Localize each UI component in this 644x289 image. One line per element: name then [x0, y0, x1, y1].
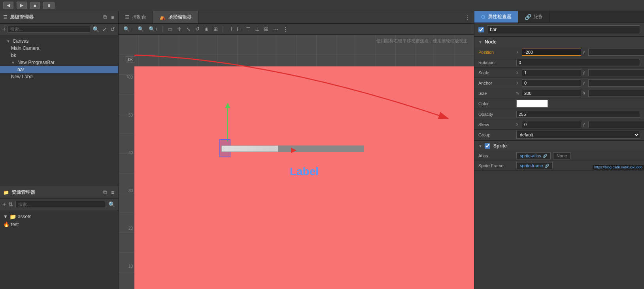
asset-item-assets[interactable]: ▼ 📁 assets — [0, 213, 118, 221]
size-w-input[interactable] — [522, 90, 581, 97]
toolbar-btn-stop[interactable]: ■ — [30, 2, 40, 9]
opacity-input[interactable] — [516, 111, 640, 118]
color-swatch[interactable] — [516, 100, 548, 108]
tree-item-progressbar[interactable]: ▼ New ProgressBar — [0, 59, 118, 66]
tree-item-new-label[interactable]: New Label — [0, 73, 118, 80]
opacity-label: Opacity — [478, 112, 514, 117]
sprite-section-header[interactable]: ▼ Sprite — [474, 141, 644, 151]
node-name-input[interactable] — [487, 25, 640, 34]
assets-label: assets — [18, 214, 32, 219]
asset-menu-btn[interactable]: ≡ — [110, 189, 115, 196]
anchor-y-input[interactable] — [588, 79, 644, 87]
left-panel: ☰ 层级管理器 ⧉ ≡ + 🔍 ⤢ ↺ ▼ Canvas — [0, 11, 119, 289]
atlas-btn[interactable]: sprite-atlas 🔗 — [516, 152, 551, 159]
tree-item-canvas[interactable]: ▼ Canvas — [0, 38, 118, 45]
node-section-title: Node — [485, 39, 497, 45]
skew-x-input[interactable] — [522, 121, 581, 128]
asset-panel: 📁 资源管理器 ⧉ ≡ + ⇅ 🔍 ▼ 📁 assets — [0, 186, 118, 289]
position-x-input[interactable] — [522, 49, 581, 56]
scale-y-input[interactable] — [588, 69, 644, 76]
scene-icon: ⛺ — [159, 14, 166, 20]
toolbar-btn-pause[interactable]: ⏸ — [43, 2, 55, 9]
hierarchy-title: 层级管理器 — [10, 14, 34, 21]
center-panel: ☰ 控制台 ⛺ 场景编辑器 ⋮ 🔍− 🔍 🔍+ ▭ ✛ ⤡ ↺ ⊕ ⊞ ⊣ — [119, 11, 474, 289]
toolbar-btn-play[interactable]: ▶ — [17, 2, 27, 9]
hierarchy-copy-btn[interactable]: ⧉ — [102, 13, 108, 21]
tool-align-m[interactable]: ⊞ — [263, 25, 270, 33]
skew-y-input[interactable] — [588, 121, 644, 128]
scale-label: Scale — [478, 70, 514, 75]
node-enabled-checkbox[interactable] — [478, 27, 484, 32]
hierarchy-expand-btn[interactable]: ⤢ — [102, 25, 108, 33]
atlas-link-icon: 🔗 — [542, 154, 547, 158]
asset-search-input[interactable] — [15, 201, 106, 208]
zoom-out-btn[interactable]: 🔍− — [122, 25, 134, 33]
tool-align-c[interactable]: ⊢ — [235, 25, 243, 33]
tab-properties[interactable]: ⚙ 属性检查器 — [474, 11, 518, 23]
anchor-y-label: y — [583, 81, 587, 85]
hierarchy-refresh-btn[interactable]: ↺ — [110, 25, 116, 33]
hierarchy-tree: ▼ Canvas Main Camera bk ▼ New ProgressBa… — [0, 35, 118, 186]
tool-rotate-btn[interactable]: ↺ — [194, 25, 201, 33]
color-inputs — [516, 100, 640, 108]
tree-item-bk[interactable]: bk — [0, 52, 118, 59]
color-label: Color — [478, 101, 514, 106]
tab-services[interactable]: 🔗 服务 — [518, 11, 550, 23]
tab-scene[interactable]: ⛺ 场景编辑器 — [153, 11, 198, 23]
sprite-none-btn[interactable]: None — [553, 152, 570, 159]
anchor-x-input[interactable] — [522, 79, 581, 87]
scene-more-btn[interactable]: ⋮ — [464, 13, 471, 21]
asset-item-test[interactable]: 🔥 test — [0, 221, 118, 228]
tool-align-t[interactable]: ⊥ — [253, 25, 261, 33]
asset-copy-btn[interactable]: ⧉ — [102, 188, 108, 196]
position-inputs: x y — [516, 49, 644, 56]
tool-anchor-btn[interactable]: ⊕ — [203, 25, 210, 33]
rotation-input[interactable] — [516, 59, 640, 66]
scene-toolbar: 🔍− 🔍 🔍+ ▭ ✛ ⤡ ↺ ⊕ ⊞ ⊣ ⊢ ⊤ ⊥ ⊞ ⋯ ⋮ — [119, 24, 474, 35]
anchor-x-label: x — [516, 81, 520, 85]
ruler-700: 700 — [119, 75, 134, 79]
sprite-frame-btn-label: sprite-frame — [520, 163, 543, 168]
gizmo-arrow-vertical — [227, 106, 228, 142]
asset-sort-btn[interactable]: ⇅ — [8, 200, 14, 208]
tree-item-bar[interactable]: bar — [0, 66, 118, 73]
position-y-input[interactable] — [588, 49, 644, 56]
node-section-header[interactable]: ▼ Node — [474, 37, 644, 47]
scene-view: 使用鼠标右键平移视窗焦点，使用滚轮缩放视图 700 50 40 30 20 10… — [119, 35, 474, 289]
hierarchy-add-btn[interactable]: + — [2, 26, 6, 33]
canvas-label: Canvas — [13, 38, 29, 44]
tool-more1-btn[interactable]: ⊞ — [212, 25, 219, 33]
hierarchy-search-input[interactable] — [8, 26, 90, 33]
group-select[interactable]: default — [516, 131, 640, 139]
size-h-input[interactable] — [588, 90, 644, 97]
group-inputs: default — [516, 131, 640, 139]
asset-add-btn[interactable]: + — [2, 201, 6, 208]
tool-rect-btn[interactable]: ▭ — [166, 25, 174, 33]
hierarchy-search-btn[interactable]: 🔍 — [92, 25, 100, 33]
tool-dist-v[interactable]: ⋮ — [281, 25, 290, 33]
asset-search-icon-btn[interactable]: 🔍 — [108, 200, 116, 208]
sprite-expand-icon: ▼ — [478, 144, 482, 148]
tree-item-main-camera[interactable]: Main Camera — [0, 45, 118, 52]
zoom-reset-btn[interactable]: 🔍 — [136, 25, 145, 33]
position-y-label: y — [583, 50, 587, 54]
tool-align-r[interactable]: ⊤ — [244, 25, 252, 33]
zoom-in-btn[interactable]: 🔍+ — [147, 25, 160, 33]
toolbar-btn-back[interactable]: ◀ — [3, 2, 13, 9]
scene-tab-label: 场景编辑器 — [168, 14, 192, 21]
tab-console[interactable]: ☰ 控制台 — [119, 11, 153, 23]
tool-dist-h[interactable]: ⋯ — [272, 25, 280, 33]
tool-align-l[interactable]: ⊣ — [226, 25, 234, 33]
tool-move-btn[interactable]: ✛ — [176, 25, 183, 33]
sprite-enabled-checkbox[interactable] — [485, 143, 490, 149]
watermark: https://blog.csdn.net/kuoku666 — [593, 165, 644, 170]
skew-inputs: x y — [516, 121, 644, 128]
sprite-frame-btn[interactable]: sprite-frame 🔗 — [516, 162, 553, 169]
asset-tree: ▼ 📁 assets 🔥 test — [0, 210, 118, 289]
tool-scale-btn[interactable]: ⤡ — [185, 25, 192, 33]
ruler-20: 20 — [119, 226, 134, 230]
sprite-frame-link-icon: 🔗 — [544, 164, 549, 168]
hierarchy-menu-btn[interactable]: ≡ — [110, 13, 115, 21]
scale-x-input[interactable] — [522, 69, 581, 76]
main-area: ☰ 层级管理器 ⧉ ≡ + 🔍 ⤢ ↺ ▼ Canvas — [0, 11, 644, 289]
